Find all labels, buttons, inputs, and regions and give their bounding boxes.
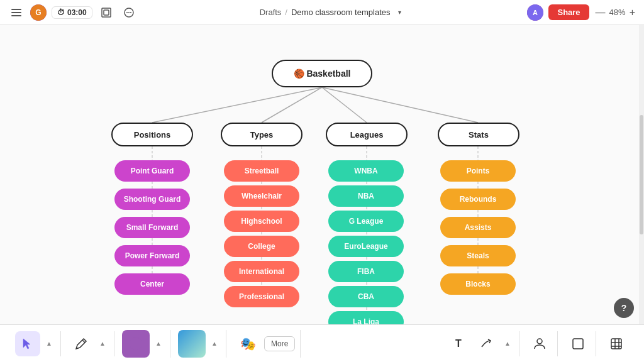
help-button[interactable]: ?: [614, 298, 634, 318]
topbar: G ⏱ 03:00 Drafts / Demo classroom templa…: [0, 0, 644, 25]
svg-line-13: [152, 87, 322, 123]
right-tools-section: T ▲: [441, 331, 519, 356]
position-point-guard[interactable]: Point Guard: [114, 160, 190, 182]
zoom-control: — 48% +: [594, 7, 636, 18]
timer-badge: ⏱ 03:00: [52, 6, 92, 19]
svg-point-8: [126, 12, 128, 13]
league-fiba[interactable]: FIBA: [328, 261, 404, 282]
type-highschool[interactable]: Highschool: [224, 211, 299, 232]
select-tool-button[interactable]: [15, 331, 40, 356]
connector-expand[interactable]: ▲: [501, 337, 514, 350]
breadcrumb-current[interactable]: Demo classroom templates: [291, 8, 391, 17]
pen-tool-button[interactable]: [69, 331, 94, 356]
stat-points[interactable]: Points: [440, 160, 516, 182]
pen-tool-expand[interactable]: ▲: [96, 337, 109, 350]
svg-rect-6: [104, 10, 109, 15]
breadcrumb-separator: /: [285, 8, 287, 17]
pen-tool-section: ▲: [64, 331, 114, 356]
person-tool-button[interactable]: [527, 331, 552, 356]
zoom-in-button[interactable]: +: [628, 7, 636, 18]
topbar-right: A Share — 48% +: [527, 4, 636, 21]
stat-assists[interactable]: Assists: [440, 217, 516, 238]
position-center[interactable]: Center: [114, 273, 190, 295]
svg-line-15: [322, 87, 367, 123]
bg-preview-section: ▲: [173, 330, 226, 358]
positions-label: Positions: [134, 130, 171, 140]
svg-text:A: A: [533, 9, 538, 16]
avatar[interactable]: G: [30, 4, 47, 21]
position-power-forward[interactable]: Power Forward: [114, 245, 190, 266]
svg-point-10: [130, 12, 131, 13]
position-shooting-guard[interactable]: Shooting Guard: [114, 189, 190, 210]
blue-bg-preview[interactable]: [178, 330, 206, 358]
svg-rect-43: [573, 339, 583, 349]
breadcrumb-drafts[interactable]: Drafts: [260, 8, 282, 17]
frame-tool-button[interactable]: [565, 331, 591, 356]
svg-point-41: [130, 337, 142, 350]
leagues-label: Leagues: [350, 130, 384, 140]
shape-preview-section: ▲: [117, 330, 170, 358]
league-la-liga[interactable]: La Liga: [328, 311, 404, 324]
stat-steals[interactable]: Steals: [440, 245, 516, 266]
svg-line-40: [82, 340, 85, 343]
shape-expand[interactable]: ▲: [152, 337, 165, 350]
purple-shape-preview[interactable]: [122, 330, 150, 358]
league-g-league[interactable]: G League: [328, 211, 404, 232]
timer-icon: ⏱: [57, 8, 65, 17]
connector-tool-button[interactable]: [474, 331, 499, 356]
canvas[interactable]: 🏀 Basketball Positions Types Leagues Sta…: [0, 25, 644, 324]
menu-button[interactable]: [8, 4, 25, 21]
svg-rect-2: [11, 15, 21, 16]
category-leagues[interactable]: Leagues: [326, 123, 408, 146]
sticker-section: 🎭 More: [229, 330, 301, 358]
frame-button[interactable]: [97, 4, 115, 21]
select-tool-expand[interactable]: ▲: [43, 337, 55, 350]
zoom-out-button[interactable]: —: [594, 7, 607, 18]
stats-label: Stats: [469, 130, 489, 140]
bottombar: ▲ ▲ ▲ ▲ 🎭 More T ▲: [0, 324, 644, 362]
svg-rect-0: [11, 9, 21, 10]
category-stats[interactable]: Stats: [438, 123, 519, 146]
svg-rect-5: [102, 8, 111, 17]
types-label: Types: [250, 130, 274, 140]
person-tool-section: [522, 331, 558, 356]
root-label: 🏀 Basketball: [294, 69, 351, 79]
type-international[interactable]: International: [224, 261, 299, 282]
league-euroleague[interactable]: EuroLeague: [328, 236, 404, 257]
svg-rect-44: [611, 339, 621, 349]
topbar-left: G ⏱ 03:00: [8, 4, 138, 21]
type-college[interactable]: College: [224, 236, 299, 257]
svg-line-14: [262, 87, 322, 123]
stat-blocks[interactable]: Blocks: [440, 273, 516, 295]
zoom-level: 48%: [609, 8, 626, 17]
scrollbar-thumb[interactable]: [640, 115, 643, 234]
league-nba[interactable]: NBA: [328, 185, 404, 207]
stat-rebounds[interactable]: Rebounds: [440, 189, 516, 210]
svg-point-42: [537, 339, 542, 344]
category-types[interactable]: Types: [221, 123, 303, 146]
bg-expand[interactable]: ▲: [208, 337, 221, 350]
share-button[interactable]: Share: [548, 4, 589, 20]
select-tool-section: ▲: [10, 331, 61, 356]
league-wnba[interactable]: WNBA: [328, 160, 404, 182]
type-wheelchair[interactable]: Wheelchair: [224, 185, 299, 207]
svg-rect-1: [11, 12, 21, 13]
breadcrumb-dropdown[interactable]: ▾: [394, 7, 405, 18]
scrollbar-track: [639, 25, 644, 324]
user-avatar[interactable]: A: [527, 4, 543, 21]
topbar-center: Drafts / Demo classroom templates ▾: [260, 7, 406, 18]
svg-point-9: [128, 12, 130, 13]
position-small-forward[interactable]: Small Forward: [114, 217, 190, 238]
root-node[interactable]: 🏀 Basketball: [272, 60, 372, 87]
category-positions[interactable]: Positions: [111, 123, 193, 146]
svg-line-16: [322, 87, 478, 123]
table-tool-button[interactable]: [604, 331, 629, 356]
svg-text:G: G: [35, 8, 41, 17]
comment-button[interactable]: [120, 4, 138, 21]
text-tool-button[interactable]: T: [446, 331, 471, 356]
type-streetball[interactable]: Streetball: [224, 160, 299, 182]
sticker-preview[interactable]: 🎭: [234, 330, 262, 358]
more-button[interactable]: More: [264, 336, 295, 351]
league-cba[interactable]: CBA: [328, 286, 404, 307]
type-professional[interactable]: Professional: [224, 286, 299, 307]
